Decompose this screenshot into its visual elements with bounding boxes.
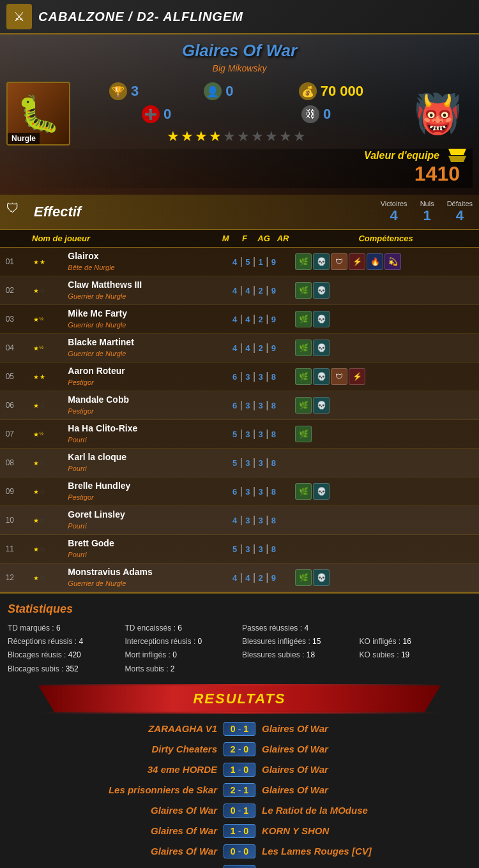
skill-icon: 💀 — [313, 569, 330, 586]
results-title: RESULTATS — [43, 691, 436, 707]
players-table: Nom de joueur M F AG AR Compétences 01★★… — [0, 230, 479, 592]
skill-icon: 🌿 — [295, 426, 312, 442]
col-competences: Compétences — [293, 230, 479, 248]
result-score: 2-1 — [224, 783, 255, 797]
result-row: Dirty Cheaters2-0Glaires Of War — [0, 739, 479, 760]
table-row: 03★½Mike Mc FartyGuerrier de Nurgle4 | 4… — [0, 305, 479, 334]
star-1: ★ — [167, 128, 179, 145]
player-stats: 6 | 3 | 3 | 8 — [216, 477, 293, 506]
player-stats: 4 | 4 | 2 | 9 — [216, 276, 293, 305]
player-stars-cell: ★½ — [28, 334, 66, 363]
result-row: Glaires Of War0-0Les Lames Rouges [CV] — [0, 841, 479, 862]
score-num2: 0 — [243, 826, 248, 836]
stat-empty-3 — [360, 663, 472, 675]
score-sep: - — [238, 826, 241, 836]
player-num: 05 — [0, 363, 28, 391]
player-stats: 4 | 3 | 3 | 8 — [216, 506, 293, 535]
skill-icon: 🌿 — [295, 253, 312, 270]
player-stats: 5 | 3 | 3 | 8 — [216, 535, 293, 564]
results-section: RESULTATS ZARAAGHA V10-1Glaires Of WarDi… — [0, 684, 479, 868]
statistics-title: Statistiques — [8, 602, 471, 616]
score-sep: - — [238, 744, 241, 754]
skill-icon: 💀 — [313, 483, 330, 500]
skill-icon: 🛡 — [331, 253, 347, 270]
star-3: ★ — [195, 128, 208, 145]
result-score: 2-0 — [224, 865, 255, 868]
player-name-cell: Mandale CobbPestigor — [65, 391, 216, 420]
table-row: 06★☆Mandale CobbPestigor6 | 3 | 3 | 8🌿💀 — [0, 391, 479, 420]
player-stars-cell: ★½ — [28, 305, 66, 334]
table-row: 07★½Ha Ha Clito-RixePourri5 | 3 | 3 | 8🌿 — [0, 420, 479, 449]
player-name-cell: Claw Matthews IIIGuerrier de Nurgle — [65, 276, 216, 305]
player-num: 02 — [0, 276, 28, 305]
stat-td-marques: TD marqués : 6 — [8, 622, 120, 634]
nuls-value: 1 — [423, 207, 431, 223]
valeur-section: Valeur d'equipe 1410 — [6, 149, 473, 188]
score-sep: - — [238, 765, 241, 775]
player-stats: 5 | 3 | 3 | 8 — [216, 420, 293, 449]
player-skills: 🌿💀🛡⚡🔥💫 — [293, 248, 479, 276]
player-num: 08 — [0, 449, 28, 477]
table-row: 02★☆Claw Matthews IIIGuerrier de Nurgle4… — [0, 276, 479, 305]
player-name-cell: Ha Ha Clito-RixePourri — [65, 420, 216, 449]
player-stars-cell: ★☆ — [28, 449, 66, 477]
result-team1: Glaires Of War — [13, 825, 217, 836]
result-team1: 34 eme HORDE — [13, 764, 217, 775]
player-stars-cell: ★☆ — [28, 506, 66, 535]
skill-icon: 💀 — [313, 368, 330, 385]
defaites-label: Défaites — [447, 200, 473, 207]
stat-passes-reussies: Passes réussies : 4 — [242, 622, 354, 634]
player-num: 11 — [0, 535, 28, 564]
player-name-cell: GlairoxBête de Nurgle — [65, 248, 216, 276]
col-f: F — [235, 230, 254, 248]
player-skills: 🌿💀 — [293, 564, 479, 592]
player-skills: 🌿💀 — [293, 305, 479, 334]
team-content: Glaires Of War Big Mikowsky 🐛 Nurgle 🏆 3… — [6, 41, 473, 149]
money-value: 70 000 — [321, 83, 363, 100]
trophy-icon: 🏆 — [109, 82, 127, 100]
result-row: ZARAAGHA V10-1Glaires Of War — [0, 719, 479, 739]
star-9: ★ — [279, 128, 292, 145]
effectif-header: 🛡 Effectif Victoires 4 Nuls 1 Défaites 4 — [0, 195, 479, 230]
skill-icon: ⚡ — [349, 368, 365, 385]
player-num: 01 — [0, 248, 28, 276]
player-stars-cell: ★☆ — [28, 276, 66, 305]
score-num2: 0 — [243, 846, 248, 857]
valeur-label: Valeur d'equipe — [364, 150, 439, 161]
score-sep: - — [238, 846, 241, 857]
injuries-value: 0 — [163, 106, 171, 123]
player-stats: 4 | 4 | 2 | 9 — [216, 334, 293, 363]
chevron-1 — [448, 149, 466, 155]
effectif-right: Victoires 4 Nuls 1 Défaites 4 — [381, 200, 473, 224]
score-sep: - — [238, 785, 241, 795]
stat-interceptions: Interceptions réusis : 0 — [125, 636, 238, 648]
skill-icon: 🌿 — [295, 311, 312, 327]
stat-blessures-infligees: Blessures infligées : 15 — [242, 636, 354, 648]
result-team2: Les Lames Rouges [CV] — [262, 846, 466, 857]
player-stars-cell: ★★ — [28, 248, 66, 276]
player-stats: 6 | 3 | 3 | 8 — [216, 363, 293, 391]
players-tbody: 01★★GlairoxBête de Nurgle4 | 5 | 1 | 9🌿💀… — [0, 248, 479, 592]
chevrons — [448, 149, 466, 162]
stat-persons: 👤 0 — [204, 82, 233, 100]
skill-icon: 💫 — [384, 253, 401, 270]
record-victoires: Victoires 4 — [381, 200, 407, 224]
skill-icon: 🌿 — [295, 368, 312, 385]
statistics-section: Statistiques TD marqués : 6 TD encaissés… — [0, 592, 479, 684]
player-stats: 4 | 4 | 2 | 9 — [216, 305, 293, 334]
score-num2: 1 — [243, 785, 248, 795]
table-row: 10★☆Goret LinsleyPourri4 | 3 | 3 | 8 — [0, 506, 479, 535]
skill-icon: 💀 — [313, 282, 330, 299]
player-name-cell: Blacke MartinetGuerrier de Nurgle — [65, 334, 216, 363]
skill-icon: 💀 — [313, 311, 330, 327]
stat-empty-2 — [242, 663, 354, 675]
effectif-left: 🛡 Effectif — [6, 201, 81, 223]
result-score: 0-1 — [224, 804, 255, 818]
skill-icon: 💀 — [313, 397, 330, 414]
skill-icon: 🌿 — [295, 282, 312, 299]
player-stars-cell: ★☆ — [28, 564, 66, 592]
result-team2: Glaires Of War — [262, 723, 466, 734]
player-stats: 4 | 4 | 2 | 9 — [216, 564, 293, 592]
col-ag: AG — [254, 230, 273, 248]
skill-icon: 🌿 — [295, 397, 312, 414]
